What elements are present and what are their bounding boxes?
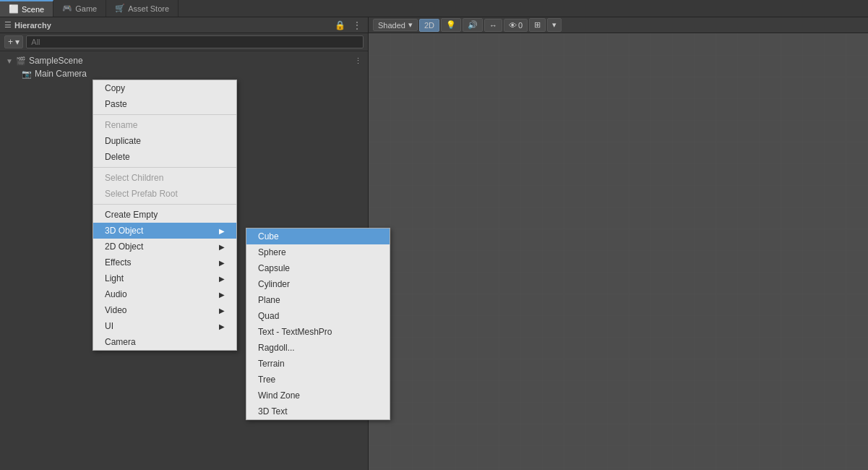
2d-button[interactable]: 2D <box>419 19 439 32</box>
submenu-3d-object: Cube Sphere Capsule Cylinder Plane Quad … <box>246 228 390 420</box>
sub-plane[interactable]: Plane <box>246 292 390 308</box>
scene-name: SampleScene <box>29 56 83 66</box>
fx-button[interactable]: ↔ <box>484 19 502 32</box>
ctx-2d-object-label: 2D Object <box>105 242 143 252</box>
scene-grid <box>369 33 868 470</box>
sub-terrain[interactable]: Terrain <box>246 356 390 372</box>
game-tab-icon: 🎮 <box>62 4 72 13</box>
ctx-duplicate[interactable]: Duplicate <box>93 133 236 149</box>
ctx-paste[interactable]: Paste <box>93 96 236 112</box>
lock-icon[interactable]: 🔒 <box>332 20 348 31</box>
hierarchy-title: Hierarchy <box>14 21 51 30</box>
ctx-video-arrow: ▶ <box>219 307 225 315</box>
asset-store-label: Asset Store <box>128 4 169 13</box>
main-camera-item[interactable]: 📷 Main Camera <box>0 67 368 80</box>
context-menu: Copy Paste Rename Duplicate Delete Selec… <box>93 80 237 351</box>
ctx-divider-3 <box>93 204 236 205</box>
hierarchy-header: ☰ Hierarchy 🔒 ⋮ <box>0 17 368 33</box>
ctx-divider-2 <box>93 167 236 168</box>
add-button-label: + ▾ <box>8 37 20 47</box>
ctx-light-label: Light <box>105 273 124 283</box>
sub-cube[interactable]: Cube <box>246 228 390 244</box>
sub-3d-text[interactable]: 3D Text <box>246 403 390 419</box>
sub-text-textmeshpro[interactable]: Text - TextMeshPro <box>246 324 390 340</box>
ctx-ui-label: UI <box>105 321 113 331</box>
sub-cylinder[interactable]: Cylinder <box>246 276 390 292</box>
ctx-rename: Rename <box>93 117 236 133</box>
asset-store-icon: 🛒 <box>115 4 125 13</box>
ctx-3d-object-arrow: ▶ <box>219 227 225 235</box>
more-options-icon[interactable]: ⋮ <box>351 20 364 31</box>
scene-content <box>369 33 868 470</box>
ctx-ui-arrow: ▶ <box>219 322 225 330</box>
tab-scene[interactable]: ⬜ Scene <box>0 0 53 17</box>
eye-icon: 👁 <box>509 21 517 30</box>
hierarchy-toolbar: + ▾ <box>0 33 368 51</box>
sub-wind-zone[interactable]: Wind Zone <box>246 388 390 403</box>
ctx-select-children: Select Children <box>93 170 236 186</box>
hierarchy-menu-icon: ☰ <box>4 20 12 30</box>
sub-quad[interactable]: Quad <box>246 308 390 324</box>
main-camera-label: Main Camera <box>35 69 87 79</box>
ctx-ui[interactable]: UI ▶ <box>93 318 236 334</box>
collapse-arrow: ▼ <box>6 57 13 65</box>
camera-icon: 📷 <box>22 69 32 79</box>
ctx-delete[interactable]: Delete <box>93 149 236 165</box>
ctx-select-prefab-root: Select Prefab Root <box>93 186 236 202</box>
ctx-effects-arrow: ▶ <box>219 259 225 267</box>
ctx-effects[interactable]: Effects ▶ <box>93 255 236 270</box>
shading-chevron: ▾ <box>408 20 413 30</box>
game-tab-label: Game <box>75 4 97 13</box>
ctx-audio[interactable]: Audio ▶ <box>93 286 236 302</box>
ctx-audio-label: Audio <box>105 289 127 299</box>
tab-game[interactable]: 🎮 Game <box>53 0 106 17</box>
grid-button[interactable]: ⊞ <box>529 18 546 32</box>
ctx-3d-object[interactable]: 3D Object ▶ <box>93 223 236 239</box>
add-button[interactable]: + ▾ <box>4 35 23 48</box>
ctx-camera[interactable]: Camera <box>93 334 236 350</box>
toolbar-more-button[interactable]: ▾ <box>547 18 562 32</box>
hierarchy-panel-actions: 🔒 ⋮ <box>332 20 364 31</box>
ctx-audio-arrow: ▶ <box>219 291 225 299</box>
ctx-video[interactable]: Video ▶ <box>93 302 236 318</box>
scene-toolbar: Shaded ▾ 2D 💡 🔊 ↔ 👁 0 ⊞ ▾ <box>369 17 868 33</box>
search-input[interactable] <box>26 35 364 48</box>
sub-ragdoll[interactable]: Ragdoll... <box>246 340 390 356</box>
svg-rect-1 <box>369 33 868 470</box>
sub-tree[interactable]: Tree <box>246 372 390 388</box>
ctx-create-empty[interactable]: Create Empty <box>93 207 236 223</box>
scene-more-icon[interactable]: ⋮ <box>354 56 362 66</box>
scene-tab-label: Scene <box>22 5 44 14</box>
ctx-divider-1 <box>93 114 236 115</box>
ctx-2d-object[interactable]: 2D Object ▶ <box>93 239 236 255</box>
top-tabs-bar: ⬜ Scene 🎮 Game 🛒 Asset Store <box>0 0 868 17</box>
scene-icon: 🎬 <box>16 56 26 66</box>
scene-tab-icon: ⬜ <box>9 4 19 14</box>
scene-root-item[interactable]: ▼ 🎬 SampleScene ⋮ <box>0 54 368 67</box>
ctx-2d-object-arrow: ▶ <box>219 243 225 251</box>
ctx-copy[interactable]: Copy <box>93 80 236 96</box>
ctx-effects-label: Effects <box>105 257 131 268</box>
ctx-3d-object-label: 3D Object <box>105 226 143 236</box>
shading-label: Shaded <box>378 21 405 30</box>
sub-sphere[interactable]: Sphere <box>246 244 390 260</box>
sub-capsule[interactable]: Capsule <box>246 260 390 276</box>
scene-panel: Shaded ▾ 2D 💡 🔊 ↔ 👁 0 ⊞ ▾ <box>369 17 868 470</box>
gizmo-toggle-button[interactable]: 👁 0 <box>504 19 528 32</box>
ctx-video-label: Video <box>105 305 126 315</box>
light-toggle-button[interactable]: 💡 <box>441 18 461 32</box>
audio-toggle-button[interactable]: 🔊 <box>463 18 483 32</box>
ctx-light[interactable]: Light ▶ <box>93 270 236 286</box>
shading-dropdown[interactable]: Shaded ▾ <box>373 19 418 31</box>
ctx-light-arrow: ▶ <box>219 275 225 283</box>
tab-asset-store[interactable]: 🛒 Asset Store <box>106 0 179 17</box>
